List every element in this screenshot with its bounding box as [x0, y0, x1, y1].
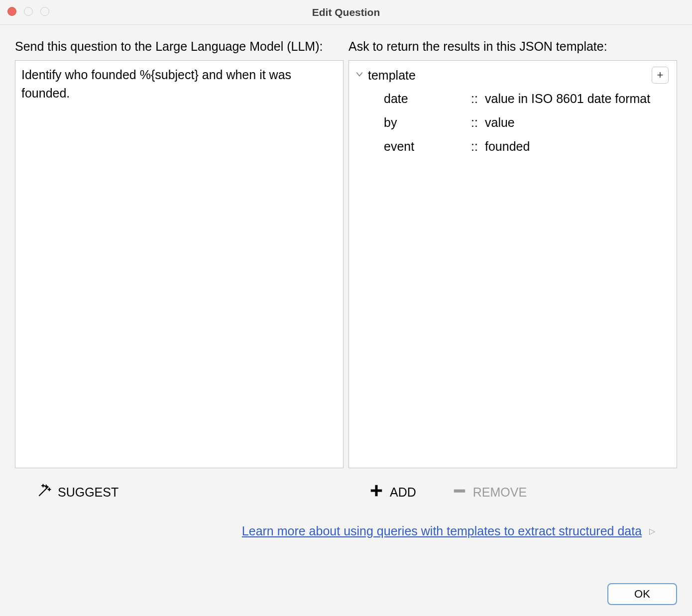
learn-more-row: Learn more about using queries with temp…: [15, 524, 677, 538]
template-field-value[interactable]: founded: [485, 139, 672, 154]
template-field-key[interactable]: event: [384, 139, 471, 154]
template-root-label: template: [368, 68, 652, 83]
window-title: Edit Question: [0, 6, 692, 18]
add-label: ADD: [390, 485, 416, 500]
dialog-footer: OK: [607, 583, 677, 605]
question-label: Send this question to the Large Language…: [15, 39, 344, 54]
learn-more-link[interactable]: Learn more about using queries with temp…: [242, 524, 642, 538]
window-titlebar: Edit Question: [0, 0, 692, 25]
template-root-row[interactable]: template +: [349, 64, 677, 87]
template-field-separator: ::: [471, 139, 485, 154]
window-zoom-icon: [40, 7, 49, 16]
window-minimize-icon: [24, 7, 33, 16]
question-column: Send this question to the Large Language…: [15, 39, 344, 468]
plus-icon: [369, 483, 384, 501]
ok-button[interactable]: OK: [607, 583, 677, 605]
wand-icon: [37, 483, 52, 501]
template-field-value[interactable]: value: [485, 115, 672, 130]
template-field-value[interactable]: value in ISO 8601 date format: [485, 92, 672, 106]
suggest-button[interactable]: SUGGEST: [37, 483, 118, 501]
window-close-icon[interactable]: [7, 7, 16, 16]
window-traffic-lights: [7, 7, 49, 16]
minus-icon: [452, 483, 467, 501]
template-field-separator: ::: [471, 115, 485, 130]
dialog-content: Send this question to the Large Language…: [0, 25, 692, 548]
template-field-row[interactable]: date::value in ISO 8601 date format: [349, 87, 677, 110]
template-field-separator: ::: [471, 92, 485, 106]
svg-line-0: [39, 487, 48, 496]
template-label: Ask to return the results in this JSON t…: [348, 39, 677, 54]
template-field-key[interactable]: date: [384, 92, 471, 106]
actions-row: SUGGEST ADD REMOVE: [15, 483, 677, 501]
template-tree[interactable]: template + date::value in ISO 8601 date …: [348, 60, 677, 468]
remove-label: REMOVE: [473, 485, 527, 500]
external-link-icon: ▷: [649, 526, 655, 536]
question-textarea[interactable]: [15, 60, 344, 468]
template-column: Ask to return the results in this JSON t…: [348, 39, 677, 468]
chevron-down-icon[interactable]: [354, 70, 365, 80]
template-field-row[interactable]: by::value: [349, 110, 677, 134]
add-field-button[interactable]: +: [652, 67, 669, 84]
add-button[interactable]: ADD: [369, 483, 416, 501]
template-field-key[interactable]: by: [384, 115, 471, 130]
remove-button: REMOVE: [452, 483, 527, 501]
template-field-row[interactable]: event::founded: [349, 134, 677, 158]
suggest-label: SUGGEST: [58, 485, 118, 500]
svg-rect-7: [454, 490, 465, 493]
